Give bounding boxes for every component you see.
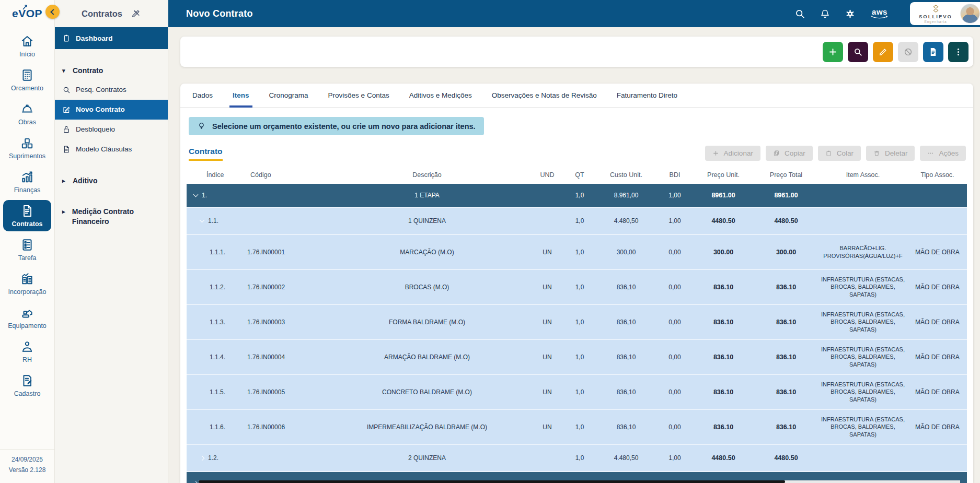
- cell-preco-unit: 8961.00: [693, 184, 754, 207]
- cell-custo-unit: 4.480,50: [595, 207, 657, 234]
- tab-cronograma[interactable]: Cronograma: [259, 84, 318, 107]
- sidebar-item-modelo-clausulas[interactable]: Modelo Cláusulas: [55, 139, 168, 159]
- table-row-item-1-1-5[interactable]: 1.1.5.1.76.IN00005CONCRETO BALDRAME (M.O…: [187, 374, 967, 409]
- action-button-label: Deletar: [885, 149, 908, 157]
- cell-descricao: 1 ETAPA: [324, 184, 531, 207]
- sidebar-collapse-button[interactable]: [45, 5, 60, 19]
- toolbar-block-button[interactable]: [898, 42, 918, 62]
- rail-item-rh[interactable]: RH: [3, 336, 51, 367]
- toolbar-add-button[interactable]: [823, 42, 843, 62]
- tab-observacoes-e-notas-de-revisao[interactable]: Observações e Notas de Revisão: [482, 84, 607, 107]
- tasks-icon: [20, 238, 34, 252]
- cell-indice: 1.1.4.: [187, 339, 245, 374]
- table-row-item-1-1-4[interactable]: 1.1.4.1.76.IN00004ARMAÇÃO BALDRAME (M.O)…: [187, 339, 967, 374]
- cell-und: UN: [531, 234, 564, 269]
- tab-itens[interactable]: Itens: [223, 84, 259, 107]
- action-deletar-button[interactable]: Deletar: [866, 146, 915, 161]
- cell-qt: 1,0: [564, 444, 595, 472]
- rail-item-label: Equipamento: [8, 322, 47, 329]
- tab-body: Selecione um orçamento existente, ou cri…: [180, 108, 973, 483]
- horizontal-scrollbar[interactable]: [199, 480, 960, 483]
- column-header-preco-unit: Preço Unit.: [693, 166, 754, 184]
- column-header-bdi: BDI: [657, 166, 693, 184]
- sidebar-item-dashboard[interactable]: Dashboard: [55, 27, 168, 49]
- rail-item-inicio[interactable]: Início: [3, 30, 51, 62]
- rail-item-contratos[interactable]: Contratos: [3, 200, 51, 231]
- table-row-item-1-1-2[interactable]: 1.1.2.1.76.IN00002BROCAS (M.O)UN1,0836,1…: [187, 269, 967, 304]
- rail-item-equipamento[interactable]: Equipamento: [3, 302, 51, 333]
- toolbar-more-button[interactable]: [948, 42, 969, 62]
- sidebar-section-medicao-contrato-financeiro[interactable]: ▸Medição Contrato Financeiro: [55, 203, 168, 231]
- chevron-down-icon[interactable]: [193, 192, 199, 197]
- tab-dados[interactable]: Dados: [182, 84, 223, 107]
- tab-aditivos-e-medicoes[interactable]: Aditivos e Medições: [399, 84, 482, 107]
- cell-qt: 1,0: [564, 374, 595, 409]
- sidebar-item-label: Modelo Cláusulas: [76, 145, 132, 153]
- table-row-item-1-1[interactable]: 1.1.1 QUINZENA1,04.480,501,004480.504480…: [187, 207, 967, 234]
- cell-custo-unit: 836,10: [595, 409, 657, 444]
- rail-item-cadastro[interactable]: Cadastro: [3, 370, 51, 401]
- table-row-item-1-1-6[interactable]: 1.1.6.1.76.IN00006IMPERMEABILIZAÇÃO BALD…: [187, 409, 967, 444]
- rail-item-obras[interactable]: Obras: [3, 98, 51, 129]
- info-banner: Selecione um orçamento existente, ou cri…: [189, 117, 484, 135]
- cell-preco-unit: 836.10: [693, 409, 754, 444]
- cell-indice: 1.1.5.: [187, 374, 245, 409]
- chevron-down-icon[interactable]: [200, 218, 205, 223]
- action-adicionar-button[interactable]: Adicionar: [705, 146, 760, 161]
- user-avatar[interactable]: [960, 4, 980, 23]
- cell-bdi: 0,00: [657, 269, 693, 304]
- action-copiar-button[interactable]: Copiar: [766, 146, 813, 161]
- table-row-item-1[interactable]: 1.1 ETAPA1,08.961,001,008961.008961.00: [187, 184, 967, 207]
- horizontal-scrollbar-thumb[interactable]: [199, 480, 785, 483]
- action-acoes-button[interactable]: Ações: [920, 146, 966, 161]
- rail-item-orcamento[interactable]: Orcamento: [3, 64, 51, 96]
- toolbar-document-button[interactable]: [923, 42, 943, 62]
- main-area: Novo Contrato aws SOLLIEVO Engenharia: [168, 0, 980, 483]
- search-icon[interactable]: [794, 8, 805, 19]
- settings-icon[interactable]: [845, 8, 856, 19]
- cell-descricao: ARMAÇÃO BALDRAME (M.O): [324, 339, 531, 374]
- toolbar-edit-button[interactable]: [873, 42, 893, 62]
- tab-faturamento-direto[interactable]: Faturamento Direto: [607, 84, 687, 107]
- sidebar-item-desbloqueio[interactable]: Desbloqueio: [55, 120, 168, 139]
- company-selector[interactable]: SOLLIEVO Engenharia: [910, 2, 980, 25]
- table-row-item-1-2[interactable]: 1.2.2 QUINZENA1,04.480,501,004480.504480…: [187, 444, 967, 472]
- cell-bdi: 0,00: [657, 374, 693, 409]
- rail-item-label: Obras: [18, 119, 36, 126]
- rail-item-tarefa[interactable]: Tarefa: [3, 234, 51, 265]
- chevron-right-icon[interactable]: [200, 455, 205, 461]
- rail-item-label: Incorporação: [8, 288, 47, 296]
- cell-tipo-assoc: MÃO DE OBRA: [908, 339, 967, 374]
- table-row-item-1-1-1[interactable]: 1.1.1.1.76.IN00001MARCAÇÃO (M.O)UN1,0300…: [187, 234, 967, 269]
- cell-und: [531, 184, 564, 207]
- rail-item-suprimentos[interactable]: Suprimentos: [3, 132, 51, 163]
- cell-bdi: 0,00: [657, 409, 693, 444]
- notifications-icon[interactable]: [820, 8, 831, 19]
- cell-descricao: 2 QUINZENA: [324, 444, 531, 472]
- equipment-icon: [20, 306, 34, 320]
- sidebar-section-aditivo[interactable]: ▸Aditivo: [55, 172, 168, 190]
- toolbar-search-button[interactable]: [848, 42, 868, 62]
- cell-preco-total: 836.10: [754, 304, 818, 339]
- sidebar-section-contrato[interactable]: ▾Contrato: [55, 62, 168, 80]
- sidebar-item-label: Dashboard: [76, 34, 113, 42]
- cell-indice: 1.: [187, 184, 245, 207]
- rail-item-label: Finanças: [14, 186, 41, 194]
- rail-footer: 24/09/2025 Versão 2.128: [0, 449, 54, 483]
- primary-nav-rail: eVOP InícioOrcamentoObrasSuprimentosFina…: [0, 0, 55, 483]
- chevron-right-icon[interactable]: [193, 481, 199, 483]
- tools-icon[interactable]: [131, 8, 141, 19]
- cell-indice: 1.1.: [187, 207, 245, 234]
- tab-provisoes-e-contas[interactable]: Provisões e Contas: [318, 84, 399, 107]
- chevron-left-icon: [50, 9, 56, 15]
- rail-item-label: Orcamento: [11, 85, 43, 92]
- toolbar-buttons: [818, 42, 969, 62]
- rail-item-financas[interactable]: Finanças: [3, 166, 51, 197]
- table-row-item-1-1-3[interactable]: 1.1.3.1.76.IN00003FORMA BALDRAME (M.O)UN…: [187, 304, 967, 339]
- cell-descricao: IMPERMEABILIZAÇÃO BALDRAME (M.O): [324, 409, 531, 444]
- column-header-indice: Índice: [187, 166, 245, 184]
- rail-item-incorporacao[interactable]: Incorporação: [3, 268, 51, 299]
- sidebar-item-novo-contrato[interactable]: Novo Contrato: [55, 100, 168, 120]
- action-colar-button[interactable]: Colar: [818, 146, 861, 161]
- sidebar-item-pesq-contratos[interactable]: Pesq. Contratos: [55, 80, 168, 100]
